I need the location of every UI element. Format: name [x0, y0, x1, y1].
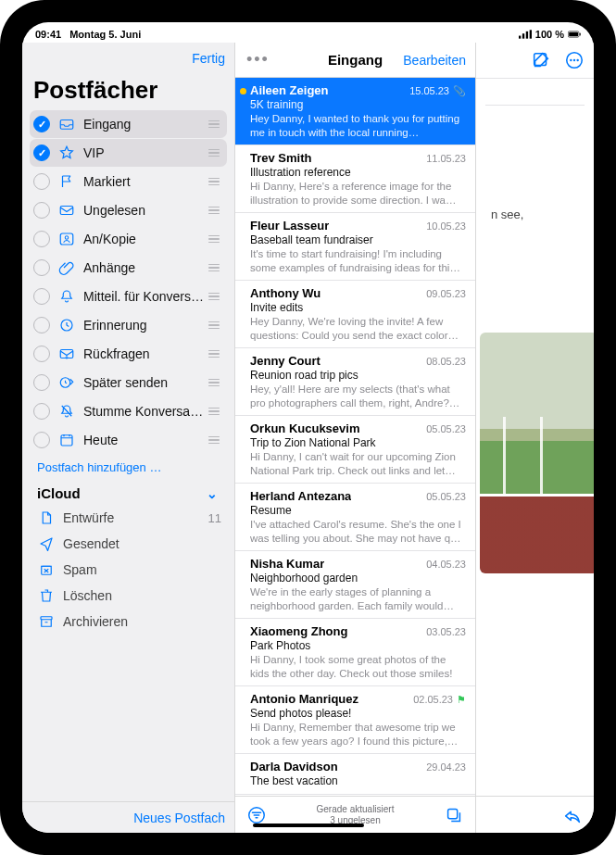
flag-icon: [57, 172, 76, 191]
mailbox-subrow[interactable]: Gesendet: [26, 531, 231, 557]
message-row[interactable]: Herland Antezana05.05.23ResumeI've attac…: [235, 484, 475, 551]
message-row[interactable]: Antonio Manriquez02.05.23⚑Send photos pl…: [235, 686, 475, 754]
edit-button[interactable]: Bearbeiten: [403, 53, 466, 68]
drag-handle-icon[interactable]: [207, 264, 221, 272]
message-preview: Hi Danny, Here's a reference image for t…: [250, 180, 466, 207]
drag-handle-icon[interactable]: [207, 149, 221, 157]
envelope-icon: [57, 201, 76, 220]
message-row[interactable]: Anthony Wu09.05.23Invite editsHey Danny,…: [235, 281, 475, 348]
svg-rect-22: [569, 32, 578, 37]
compose-icon[interactable]: [531, 50, 551, 70]
drag-handle-icon[interactable]: [207, 321, 221, 330]
mailbox-label: Eingang: [83, 117, 207, 132]
message-subject: Invite edits: [250, 301, 466, 315]
checkbox-icon[interactable]: [33, 116, 50, 132]
message-subject: 5K training: [250, 98, 466, 112]
svg-rect-18: [522, 33, 524, 38]
list-status: Gerade aktualisiert 3 ungelesen: [235, 804, 475, 825]
section-label: iCloud: [37, 485, 81, 501]
message-date: 15.05.23📎: [409, 85, 466, 98]
mailbox-row[interactable]: An/Kopie: [30, 225, 227, 253]
message-subject: Resume: [250, 504, 466, 518]
message-preview: Hey, y'all! Here are my selects (that's …: [250, 383, 466, 409]
message-from: Orkun Kucuksevim: [250, 421, 360, 436]
message-row[interactable]: Fleur Lasseur10.05.23Baseball team fundr…: [235, 213, 475, 281]
paperclip-icon: 📎: [453, 85, 466, 96]
message-from: Xiaomeng Zhong: [250, 624, 347, 639]
mailbox-label: Markiert: [83, 174, 207, 189]
reply-icon[interactable]: [562, 805, 583, 825]
mailbox-row[interactable]: Ungelesen: [30, 196, 227, 224]
message-date: 08.05.23: [426, 356, 466, 369]
message-preview: I've attached Carol's resume. She's the …: [250, 518, 466, 545]
message-preview: It's time to start fundraising! I'm incl…: [250, 247, 466, 274]
drag-handle-icon[interactable]: [207, 408, 221, 416]
checkbox-icon[interactable]: [33, 288, 50, 305]
message-row[interactable]: Trev Smith11.05.23Illustration reference…: [235, 145, 475, 213]
checkbox-icon[interactable]: [33, 432, 50, 448]
mailbox-label: Mitteil. für Konversa…: [83, 289, 207, 304]
mailbox-label: Archivieren: [63, 614, 221, 629]
mailbox-row[interactable]: Markiert: [30, 168, 227, 195]
new-mailbox-button[interactable]: Neues Postfach: [133, 811, 225, 825]
message-row[interactable]: Jenny Court08.05.23Reunion road trip pic…: [235, 348, 475, 416]
paperclip-icon: [57, 258, 76, 277]
checkbox-icon[interactable]: [33, 231, 50, 247]
drag-handle-icon[interactable]: [207, 178, 221, 186]
status-bar: 09:41 Montag 5. Juni 100 %: [22, 22, 594, 43]
checkbox-icon[interactable]: [33, 346, 50, 362]
ellipsis-circle-icon[interactable]: [564, 50, 585, 70]
unread-dot-icon: [240, 88, 246, 94]
message-preview: Hi Danny, I took some great photos of th…: [250, 653, 466, 680]
mailbox-row[interactable]: Heute: [30, 426, 227, 454]
svg-rect-20: [529, 30, 531, 38]
mailbox-row[interactable]: Eingang: [30, 110, 227, 138]
message-subject: Reunion road trip pics: [250, 369, 466, 383]
checkbox-icon[interactable]: [33, 259, 50, 276]
message-row[interactable]: Orkun Kucuksevim05.05.23Trip to Zion Nat…: [235, 416, 475, 484]
mailbox-row[interactable]: VIP: [30, 139, 227, 167]
checkbox-icon[interactable]: [33, 145, 50, 161]
status-time: 09:41: [35, 29, 61, 40]
message-row[interactable]: Aileen Zeigen15.05.23📎5K trainingHey Dan…: [235, 78, 475, 145]
svg-rect-17: [519, 36, 521, 39]
home-indicator: [253, 824, 364, 827]
mailbox-subrow[interactable]: Archivieren: [26, 609, 231, 635]
mailbox-row[interactable]: Mitteil. für Konversa…: [30, 283, 227, 310]
xmark-bin-icon: [37, 560, 56, 579]
done-button[interactable]: Fertig: [192, 51, 225, 66]
account-section-header[interactable]: iCloud⌄: [26, 482, 231, 505]
message-date: 05.05.23: [426, 491, 466, 504]
mailbox-row[interactable]: Erinnerung: [30, 311, 227, 339]
drag-handle-icon[interactable]: [207, 235, 221, 244]
drag-handle-icon[interactable]: [207, 436, 221, 445]
more-icon[interactable]: •••: [245, 50, 270, 69]
add-mailbox-link[interactable]: Postfach hinzufügen …: [26, 455, 231, 482]
drag-handle-icon[interactable]: [207, 120, 221, 129]
mailbox-row[interactable]: Anhänge: [30, 254, 227, 282]
message-row[interactable]: Xiaomeng Zhong03.05.23Park PhotosHi Dann…: [235, 619, 475, 686]
doc-icon: [37, 509, 56, 527]
checkbox-icon[interactable]: [33, 374, 50, 391]
message-preview: We're in the early stages of planning a …: [250, 585, 466, 612]
drag-handle-icon[interactable]: [207, 207, 221, 215]
checkbox-icon[interactable]: [33, 173, 50, 190]
checkbox-icon[interactable]: [33, 317, 50, 333]
mailbox-row[interactable]: Stumme Konversati…: [30, 397, 227, 425]
message-row[interactable]: Nisha Kumar04.05.23Neighborhood gardenWe…: [235, 551, 475, 619]
bell-icon: [57, 287, 76, 306]
mailbox-subrow[interactable]: Entwürfe11: [26, 505, 231, 531]
checkbox-icon[interactable]: [33, 403, 50, 420]
message-from: Jenny Court: [250, 354, 321, 369]
message-row[interactable]: Darla Davidson29.04.23The best vacation: [235, 754, 475, 795]
drag-handle-icon[interactable]: [207, 350, 221, 358]
message-from: Darla Davidson: [250, 760, 338, 774]
drag-handle-icon[interactable]: [207, 293, 221, 301]
mailbox-row[interactable]: Rückfragen: [30, 340, 227, 368]
svg-rect-23: [580, 33, 581, 36]
mailbox-subrow[interactable]: Spam: [26, 557, 231, 583]
mailbox-row[interactable]: Später senden: [30, 369, 227, 396]
drag-handle-icon[interactable]: [207, 379, 221, 387]
checkbox-icon[interactable]: [33, 202, 50, 219]
mailbox-subrow[interactable]: Löschen: [26, 583, 231, 609]
